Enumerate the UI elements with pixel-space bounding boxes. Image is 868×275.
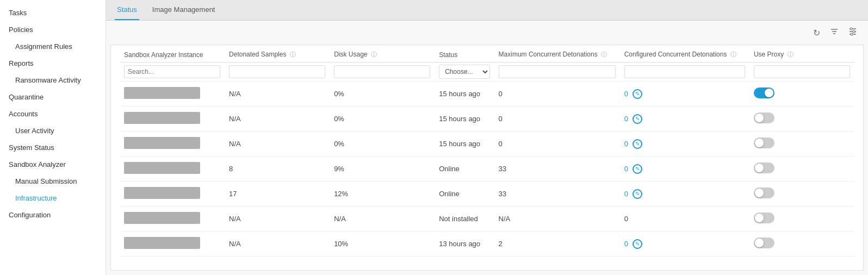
filter-max-input[interactable]	[499, 65, 616, 78]
cell-use-proxy-1	[749, 107, 854, 132]
instance-bar-4	[124, 187, 200, 199]
cell-disk-0: 0%	[330, 82, 435, 107]
use-proxy-toggle-3[interactable]	[754, 162, 774, 173]
sidebar-item-assignment-rules[interactable]: Assignment Rules	[0, 38, 106, 55]
cell-instance-0	[120, 82, 225, 107]
use-proxy-toggle-2[interactable]	[754, 138, 774, 148]
tab-status[interactable]: Status	[115, 0, 139, 20]
cell-configured-concurrent-2: 0✎	[620, 132, 749, 157]
cell-status-3: Online	[435, 157, 494, 182]
detonated-info-icon: ⓘ	[290, 51, 296, 58]
edit-concurrent-btn-0[interactable]: 0✎	[624, 89, 642, 99]
cell-disk-2: 0%	[330, 132, 435, 157]
use-proxy-toggle-0[interactable]	[754, 88, 774, 98]
sidebar-item-reports[interactable]: Reports	[0, 55, 106, 72]
filter-status-select[interactable]: Choose...	[439, 65, 489, 79]
cell-instance-5	[120, 207, 225, 232]
filter-detonated-input[interactable]	[229, 65, 325, 78]
sidebar-item-configuration[interactable]: Configuration	[0, 207, 106, 223]
cell-disk-4: 12%	[330, 182, 435, 207]
svg-point-7	[853, 30, 855, 33]
filter-configured-input[interactable]	[624, 65, 745, 78]
col-max-concurrent: Maximum Concurrent Detonations ⓘ	[494, 45, 620, 62]
toolbar: ↻	[106, 21, 868, 45]
edit-concurrent-btn-1[interactable]: 0✎	[624, 114, 642, 124]
sidebar-item-accounts[interactable]: Accounts	[0, 105, 106, 122]
search-input[interactable]	[124, 65, 220, 78]
sidebar-item-tasks[interactable]: Tasks	[0, 4, 106, 21]
filter-disk-input[interactable]	[334, 65, 430, 78]
cell-configured-concurrent-3: 0✎	[620, 157, 749, 182]
main-content: StatusImage Management ↻	[106, 0, 868, 275]
instance-bar-1	[124, 112, 200, 124]
filter-configured-cell	[620, 62, 749, 82]
toggle-knob-6	[755, 239, 764, 247]
edit-icon-1[interactable]: ✎	[633, 114, 642, 124]
sidebar-item-ransomware-activity[interactable]: Ransomware Activity	[0, 72, 106, 89]
instance-bar-5	[124, 212, 200, 224]
edit-icon-4[interactable]: ✎	[633, 189, 642, 199]
cell-max-concurrent-3: 33	[494, 157, 620, 182]
table-header-row: Sandbox Analyzer Instance Detonated Samp…	[120, 45, 854, 62]
cell-disk-6: 10%	[330, 232, 435, 257]
max-concurrent-info-icon: ⓘ	[601, 51, 607, 58]
col-instance: Sandbox Analyzer Instance	[120, 45, 225, 62]
sidebar-item-infrastructure[interactable]: Infrastructure	[0, 190, 106, 207]
sidebar-item-policies[interactable]: Policies	[0, 21, 106, 38]
data-table: Sandbox Analyzer Instance Detonated Samp…	[120, 45, 854, 257]
filter-proxy-input[interactable]	[754, 65, 850, 78]
filter-row: Choose...	[120, 62, 854, 82]
toggle-knob-1	[755, 114, 764, 122]
sidebar-item-manual-submission[interactable]: Manual Submission	[0, 173, 106, 190]
cell-disk-3: 9%	[330, 157, 435, 182]
edit-concurrent-btn-4[interactable]: 0✎	[624, 189, 642, 199]
use-proxy-toggle-4[interactable]	[754, 188, 774, 198]
cell-configured-concurrent-6: 0✎	[620, 232, 749, 257]
filter-status-cell: Choose...	[435, 62, 494, 82]
toggle-knob-3	[755, 164, 764, 172]
cell-use-proxy-2	[749, 132, 854, 157]
cell-configured-concurrent-4: 0✎	[620, 182, 749, 207]
cell-use-proxy-6	[749, 232, 854, 257]
edit-icon-6[interactable]: ✎	[633, 239, 642, 249]
cell-configured-concurrent-1: 0✎	[620, 107, 749, 132]
edit-concurrent-btn-3[interactable]: 0✎	[624, 164, 642, 174]
use-proxy-toggle-6[interactable]	[754, 238, 774, 248]
toggle-knob-0	[765, 89, 773, 97]
sidebar-item-quarantine[interactable]: Quarantine	[0, 89, 106, 105]
table-row: 89%Online330✎	[120, 157, 854, 182]
instance-bar-0	[124, 87, 200, 99]
col-detonated: Detonated Samples ⓘ	[225, 45, 330, 62]
refresh-icon[interactable]: ↻	[811, 26, 822, 40]
filter-max-cell	[494, 62, 620, 82]
tab-image-management[interactable]: Image Management	[150, 0, 218, 20]
settings-icon[interactable]	[846, 25, 859, 40]
cell-status-0: 15 hours ago	[435, 82, 494, 107]
col-status: Status	[435, 45, 494, 62]
use-proxy-toggle-1[interactable]	[754, 112, 774, 123]
edit-concurrent-btn-2[interactable]: 0✎	[624, 139, 642, 149]
tab-bar: StatusImage Management	[106, 0, 868, 21]
instance-bar-2	[124, 137, 200, 149]
edit-concurrent-btn-6[interactable]: 0✎	[624, 239, 642, 249]
filter-icon[interactable]	[828, 25, 841, 40]
cell-status-2: 15 hours ago	[435, 132, 494, 157]
svg-point-6	[850, 28, 852, 30]
cell-detonated-5: N/A	[225, 207, 330, 232]
sidebar-item-system-status[interactable]: System Status	[0, 139, 106, 156]
col-configured-concurrent: Configured Concurrent Detonations ⓘ	[620, 45, 749, 62]
edit-icon-3[interactable]: ✎	[633, 164, 642, 174]
cell-detonated-1: N/A	[225, 107, 330, 132]
sidebar-item-user-activity[interactable]: User Activity	[0, 122, 106, 139]
cell-use-proxy-5	[749, 207, 854, 232]
filter-proxy-cell	[749, 62, 854, 82]
instance-bar-3	[124, 162, 200, 174]
sidebar: TasksPoliciesAssignment RulesReportsRans…	[0, 0, 106, 275]
sidebar-item-sandbox-analyzer[interactable]: Sandbox Analyzer	[0, 156, 106, 173]
edit-icon-2[interactable]: ✎	[633, 139, 642, 149]
table-row: N/A0%15 hours ago00✎	[120, 82, 854, 107]
use-proxy-toggle-5[interactable]	[754, 212, 774, 223]
use-proxy-info-icon: ⓘ	[788, 51, 793, 58]
filter-disk-cell	[330, 62, 435, 82]
edit-icon-0[interactable]: ✎	[633, 89, 642, 99]
